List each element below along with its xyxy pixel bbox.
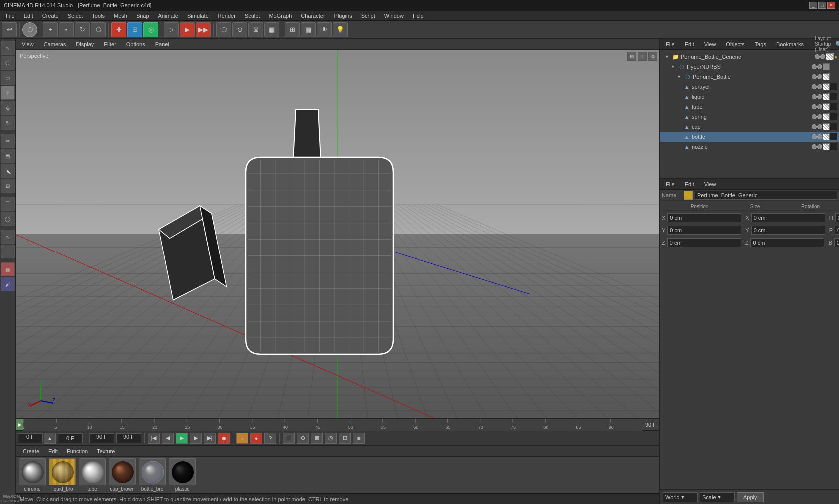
vis-dot-n2[interactable] (817, 144, 822, 149)
vis-dot-l1[interactable] (812, 94, 817, 99)
menu-create[interactable]: Create (38, 12, 63, 20)
vis-dot-s1[interactable] (812, 84, 817, 89)
material-bottle[interactable]: bottle_bro (139, 458, 166, 492)
obj-row-hypernurbs[interactable]: ▼ ⬡ HyperNURBS (660, 62, 839, 72)
vp-menu-view[interactable]: View (19, 40, 37, 48)
vp-menu-filter[interactable]: Filter (101, 40, 119, 48)
obj-row-tube[interactable]: ▲ tube (660, 102, 839, 112)
go-end-btn[interactable]: ▶| (204, 433, 216, 444)
attr-z-size[interactable] (750, 238, 824, 247)
material-chrome[interactable]: chrome (19, 458, 46, 492)
prev-frame-btn[interactable]: ◀ (162, 433, 174, 444)
attr-x-size[interactable] (751, 213, 825, 222)
vis-dot-sp2[interactable] (817, 114, 822, 119)
lasso-tool[interactable]: ⬡ (1, 56, 15, 70)
select-tool[interactable]: ↖ (1, 41, 15, 55)
render-btn[interactable]: ▶ (180, 22, 195, 37)
current-frame-input[interactable]: 0 F (18, 433, 43, 443)
nurbs-btn[interactable]: ⬠ (91, 22, 106, 37)
obj-mode-btn[interactable]: ⬡ (216, 22, 231, 37)
obj-row-liquid[interactable]: ▲ liquid (660, 92, 839, 102)
menu-mesh[interactable]: Mesh (110, 12, 131, 20)
obj-row-sprayer[interactable]: ▲ sprayer (660, 82, 839, 92)
render-region-btn[interactable]: ▷ (164, 22, 179, 37)
obj-menu-file[interactable]: File (663, 40, 678, 48)
scale-dropdown[interactable]: Scale ▼ (700, 492, 735, 502)
close-btn[interactable]: ✕ (827, 2, 835, 9)
menu-sculpt[interactable]: Sculpt (241, 12, 264, 20)
record-btn[interactable]: ⏺ (218, 433, 230, 444)
vis-dot-n1[interactable] (812, 144, 817, 149)
vis-dot-t2[interactable] (817, 104, 822, 109)
viewport[interactable]: Perspective ⊞ ↑ ⚙ Y X Z (16, 50, 659, 418)
menu-window[interactable]: Window (380, 12, 408, 20)
obj-menu-bookmarks[interactable]: Bookmarks (773, 40, 807, 48)
minimize-btn[interactable]: _ (809, 2, 817, 9)
obj-row-nozzle[interactable]: ▲ nozzle (660, 142, 839, 152)
attr-y-size[interactable] (751, 226, 825, 235)
rotate-tool[interactable]: ↻ (1, 116, 15, 130)
attr-y-pos[interactable] (667, 226, 741, 235)
stereo-btn[interactable]: 👁 (317, 22, 332, 37)
vis-dot-c2[interactable] (817, 124, 822, 129)
key-all-btn[interactable]: ⬛ (283, 433, 295, 444)
vis-dot-b1[interactable] (812, 134, 817, 139)
menu-plugins[interactable]: Plugins (330, 12, 356, 20)
cube-btn[interactable]: ▪ (59, 22, 74, 37)
light-btn[interactable]: 💡 (333, 22, 348, 37)
key-param-btn[interactable]: ⊞ (339, 433, 351, 444)
menu-help[interactable]: Help (409, 12, 428, 20)
name-color-swatch[interactable] (684, 191, 693, 200)
scale-tool[interactable]: ⊕ (1, 101, 15, 115)
next-frame-btn[interactable]: ▶ (190, 433, 202, 444)
mat-function[interactable]: Function (63, 447, 92, 455)
vis-dot-1[interactable] (820, 54, 825, 59)
vp-settings-btn[interactable]: ⚙ (648, 52, 657, 61)
end-frame-input[interactable]: 90 F (116, 433, 141, 443)
rect-select-tool[interactable]: ▭ (1, 71, 15, 85)
vis-dot-0[interactable] (815, 54, 820, 59)
extrude-tool[interactable]: ⬒ (1, 149, 15, 163)
mat-create[interactable]: Create (19, 447, 43, 455)
auto-key-btn[interactable]: ? (264, 433, 276, 444)
material-liquid[interactable]: liquid_bro (49, 458, 76, 492)
obj-row-perfume-generic[interactable]: ▼ 📁 Perfume_Bottle_Generic ● (660, 52, 839, 62)
obj-row-spring[interactable]: ▲ spring (660, 112, 839, 122)
mat-texture[interactable]: Texture (93, 447, 119, 455)
vp-layout-btn[interactable]: ⊞ (627, 52, 636, 61)
obj-menu-objects[interactable]: Objects (723, 40, 747, 48)
attr-menu-edit[interactable]: Edit (682, 180, 697, 188)
vis-dot-3[interactable] (817, 64, 822, 69)
magnet-tool[interactable]: ⌒ (1, 197, 15, 211)
attr-p-rot[interactable] (835, 226, 839, 235)
render-to-picture-viewer-btn[interactable]: ▶▶ (196, 22, 211, 37)
texture-btn[interactable]: ▦ (301, 22, 316, 37)
menu-animate[interactable]: Animate (154, 12, 182, 20)
move-tool-btn[interactable]: ✚ (111, 22, 126, 37)
record-active-btn[interactable]: ● (250, 433, 262, 444)
mode-btn[interactable]: ⬡ (22, 22, 37, 37)
vp-menu-panel[interactable]: Panel (152, 40, 172, 48)
attr-menu-view[interactable]: View (701, 180, 719, 188)
menu-select[interactable]: Select (64, 12, 87, 20)
attr-z-pos[interactable] (667, 238, 741, 247)
menu-render[interactable]: Render (214, 12, 240, 20)
obj-menu-view[interactable]: View (701, 40, 719, 48)
obj-row-perfume-bottle[interactable]: ▼ ⬡ Perfume_Bottle (660, 72, 839, 82)
knife-tool[interactable]: 🔪 (1, 164, 15, 178)
vis-dot-sp1[interactable] (812, 114, 817, 119)
new-obj-btn[interactable]: + (43, 22, 58, 37)
key-points-btn[interactable]: ≡ (353, 433, 365, 444)
menu-script[interactable]: Script (357, 12, 379, 20)
apply-button[interactable]: Apply (737, 492, 764, 502)
attr-x-pos[interactable] (667, 213, 741, 222)
point-mode-btn[interactable]: ⊙ (232, 22, 247, 37)
menu-snap[interactable]: Snap (132, 12, 153, 20)
terrain-tool[interactable]: ▦ (1, 262, 15, 276)
spline-tool[interactable]: ∿ (1, 230, 15, 244)
material-plastic[interactable]: plastic (169, 458, 196, 492)
loop-cut-tool[interactable]: ⊟ (1, 179, 15, 193)
vis-dot-t1[interactable] (812, 104, 817, 109)
vp-menu-options[interactable]: Options (123, 40, 148, 48)
vp-menu-cameras[interactable]: Cameras (41, 40, 69, 48)
